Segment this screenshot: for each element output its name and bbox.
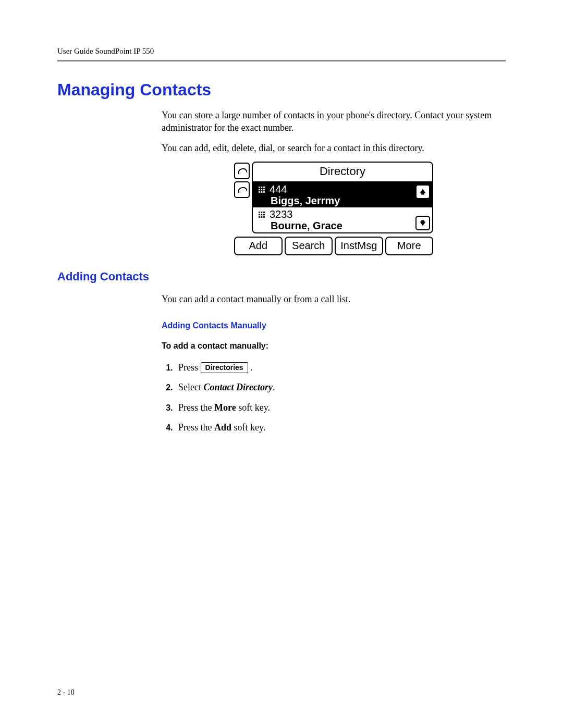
step-text: soft key. bbox=[231, 422, 265, 433]
softkey-search: Search bbox=[285, 237, 333, 255]
softkey-instmsg: InstMsg bbox=[335, 237, 383, 255]
phone-screen-illustration: Directory 444 Biggs, Jerrmy 3233 Bourne,… bbox=[234, 162, 433, 255]
softkey-add: Add bbox=[234, 237, 283, 255]
scroll-up-icon bbox=[415, 184, 430, 199]
step-3: Press the More soft key. bbox=[175, 401, 506, 414]
adding-paragraph: You can add a contact manually or from a… bbox=[162, 293, 506, 305]
directory-entry: 444 Biggs, Jerrmy bbox=[253, 182, 432, 207]
softkey-row: Add Search InstMsg More bbox=[234, 237, 433, 255]
intro-block: You can store a large number of contacts… bbox=[162, 109, 506, 255]
heading-adding-contacts: Adding Contacts bbox=[57, 270, 506, 283]
line-key-icons bbox=[234, 162, 250, 233]
step-text: Press bbox=[178, 362, 201, 373]
heading-to-add-manually: To add a contact manually: bbox=[162, 340, 506, 352]
step-text: . bbox=[273, 382, 275, 392]
intro-paragraph-2: You can add, edit, delete, dial, or sear… bbox=[162, 142, 506, 154]
heading-managing-contacts: Managing Contacts bbox=[57, 80, 506, 100]
screen-title: Directory bbox=[253, 163, 432, 182]
step-emphasis: Contact Directory bbox=[203, 382, 273, 392]
softkey-more: More bbox=[385, 237, 434, 255]
step-text: soft key. bbox=[236, 402, 270, 413]
entry-number: 444 bbox=[258, 183, 287, 195]
steps-list: Press Directories . Select Contact Direc… bbox=[162, 361, 506, 434]
directory-entry: 3233 Bourne, Grace bbox=[253, 207, 432, 232]
step-text: . bbox=[250, 362, 253, 373]
step-text: Press the bbox=[178, 402, 214, 413]
entry-name: Biggs, Jerrmy bbox=[258, 195, 414, 206]
entry-number: 3233 bbox=[258, 208, 293, 220]
page-number: 2 - 10 bbox=[57, 688, 75, 697]
entry-name: Bourne, Grace bbox=[258, 220, 414, 231]
header-rule bbox=[57, 60, 506, 61]
step-text: Press the bbox=[178, 422, 214, 433]
line-key-icon bbox=[234, 163, 250, 179]
page: User Guide SoundPoint IP 550 Managing Co… bbox=[0, 0, 563, 728]
scroll-down-icon bbox=[415, 216, 430, 230]
step-2: Select Contact Directory. bbox=[175, 381, 506, 393]
step-1: Press Directories . bbox=[175, 361, 506, 374]
running-head: User Guide SoundPoint IP 550 bbox=[57, 47, 506, 56]
directories-key: Directories bbox=[201, 362, 248, 373]
heading-adding-manually: Adding Contacts Manually bbox=[162, 320, 506, 331]
step-bold: Add bbox=[214, 422, 231, 433]
step-bold: More bbox=[214, 402, 236, 413]
intro-paragraph-1: You can store a large number of contacts… bbox=[162, 109, 506, 134]
line-key-icon bbox=[234, 181, 250, 198]
adding-block: You can add a contact manually or from a… bbox=[162, 293, 506, 434]
step-4: Press the Add soft key. bbox=[175, 421, 506, 434]
step-text: Select bbox=[178, 382, 203, 392]
